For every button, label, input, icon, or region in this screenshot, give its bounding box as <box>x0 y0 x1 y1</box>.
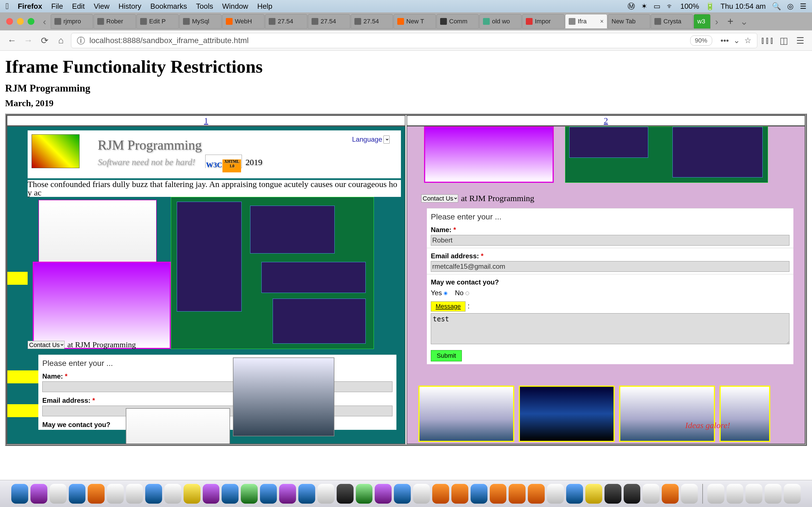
menu-bookmarks[interactable]: Bookmarks <box>150 2 187 11</box>
dock-safari-icon[interactable] <box>69 484 86 504</box>
menubar-m-icon[interactable]: Ⓜ <box>627 1 635 11</box>
dock-app-icon[interactable] <box>145 484 162 504</box>
message-textarea[interactable]: test <box>431 313 790 344</box>
dock-app-icon[interactable] <box>356 484 373 504</box>
spotlight-icon[interactable]: 🔍 <box>772 2 781 11</box>
site-info-icon[interactable]: i <box>77 37 85 45</box>
menu-edit[interactable]: Edit <box>72 2 85 11</box>
dock-app-icon[interactable] <box>31 484 47 504</box>
email-input[interactable] <box>431 261 790 272</box>
thumbnail[interactable] <box>418 386 514 442</box>
tab-label[interactable]: 27.54 <box>320 18 336 25</box>
dock-app-icon[interactable] <box>260 484 277 504</box>
dock-app-icon[interactable] <box>298 484 315 504</box>
dock-app-icon[interactable] <box>88 484 105 504</box>
tab-label[interactable]: Edit P <box>149 18 166 25</box>
siri-icon[interactable]: ◎ <box>787 2 794 11</box>
bookmark-star-icon[interactable]: ☆ <box>744 36 751 45</box>
back-button[interactable]: ← <box>6 34 18 47</box>
airplay-icon[interactable]: ▭ <box>654 2 661 11</box>
thumbnail[interactable] <box>126 408 230 444</box>
dock-chrome-icon[interactable] <box>470 484 488 504</box>
menu-view[interactable]: View <box>94 2 109 11</box>
menu-help[interactable]: Help <box>257 2 272 11</box>
thumbnail[interactable] <box>565 126 768 183</box>
tab-label[interactable]: 27.54 <box>363 18 379 25</box>
app-menu-icon[interactable]: ☰ <box>794 34 806 47</box>
dock-opera-icon[interactable] <box>509 484 525 504</box>
dock-mail-icon[interactable] <box>221 484 239 504</box>
battery-text[interactable]: 100% <box>680 2 699 11</box>
dock-finder-icon[interactable] <box>11 484 28 504</box>
dock-dictionary-icon[interactable] <box>681 484 698 504</box>
submit-button[interactable]: Submit <box>431 350 462 361</box>
dock-filezilla-icon[interactable] <box>528 484 545 504</box>
dock-messages-icon[interactable] <box>241 484 258 504</box>
zoom-badge[interactable]: 90% <box>690 36 712 46</box>
dock-folder-icon[interactable] <box>707 484 724 504</box>
dock-app-icon[interactable] <box>203 484 220 504</box>
yes-radio[interactable] <box>444 291 448 295</box>
menu-app[interactable]: Firefox <box>18 2 42 11</box>
no-radio[interactable] <box>465 291 469 295</box>
dock-app-icon[interactable] <box>337 484 354 504</box>
close-tab-icon[interactable]: × <box>600 18 604 25</box>
thumbnail[interactable] <box>424 126 554 183</box>
tab-label[interactable]: Ifra <box>578 18 587 25</box>
dock-app-icon[interactable] <box>413 484 430 504</box>
battery-icon[interactable]: 🔋 <box>705 2 714 11</box>
menu-history[interactable]: History <box>118 2 141 11</box>
thumbnail[interactable] <box>171 197 374 349</box>
tab-label[interactable]: New Tab <box>612 18 636 25</box>
tab-label[interactable]: New T <box>406 18 424 25</box>
window-minimize-button[interactable] <box>17 18 24 25</box>
reload-button[interactable]: ⟳ <box>38 34 51 47</box>
dock-app-icon[interactable] <box>279 484 296 504</box>
frame-body-2[interactable]: Contact Us at RJM Programming Please ent… <box>407 126 805 444</box>
url-bar[interactable]: i localhost:8888/sandbox_iframe_attribut… <box>71 33 757 48</box>
dock-app-icon[interactable] <box>50 484 66 504</box>
home-button[interactable]: ⌂ <box>55 34 67 47</box>
frame-body-1[interactable]: RJM Programming Software need not be har… <box>7 126 405 444</box>
tab-label[interactable]: Crysta <box>663 18 681 25</box>
dock-app-icon[interactable] <box>317 484 335 504</box>
dock-app-icon[interactable] <box>662 484 679 504</box>
tab-label[interactable]: 27.54 <box>278 18 293 25</box>
thumbnail[interactable] <box>38 200 157 267</box>
tab-scroll-right-icon[interactable]: › <box>711 16 722 27</box>
frame-number-2[interactable]: 2 <box>407 115 805 126</box>
rjm-logo-icon[interactable] <box>32 134 80 168</box>
page-actions-icon[interactable]: ••• <box>721 36 729 45</box>
dock-app-icon[interactable] <box>432 484 449 504</box>
frame-number-1[interactable]: 1 <box>7 115 405 126</box>
tab-label[interactable]: Rober <box>106 18 123 25</box>
dock-firefox-icon[interactable] <box>451 484 468 504</box>
name-input[interactable] <box>431 235 790 245</box>
sidebar-icon[interactable]: ◫ <box>777 34 790 47</box>
language-select[interactable] <box>384 135 390 144</box>
dock-app-icon[interactable] <box>585 484 602 504</box>
dock-app-icon[interactable] <box>164 484 181 504</box>
dock-appstore-icon[interactable] <box>394 484 411 504</box>
thumbnail[interactable] <box>33 262 171 349</box>
wifi-icon[interactable]: ᯤ <box>667 2 674 11</box>
dock-folder-icon[interactable] <box>765 484 781 504</box>
dock-calendar-icon[interactable] <box>126 484 143 504</box>
dock-folder-icon[interactable] <box>726 484 744 504</box>
dock-itunes-icon[interactable] <box>375 484 392 504</box>
dock-app-icon[interactable] <box>184 484 200 504</box>
dock-app-icon[interactable] <box>490 484 507 504</box>
clock[interactable]: Thu 10:54 am <box>721 2 766 11</box>
apple-icon[interactable] <box>6 1 9 11</box>
thumbnail[interactable]: Ideas galore! <box>619 386 715 442</box>
tab-label[interactable]: old wo <box>492 18 510 25</box>
pocket-icon[interactable]: ⌄ <box>733 36 740 45</box>
menu-tools[interactable]: Tools <box>196 2 213 11</box>
forward-button[interactable]: → <box>22 34 35 47</box>
contact-select[interactable]: Contact Us <box>421 194 458 203</box>
dock-mamp-icon[interactable] <box>547 484 564 504</box>
window-zoom-button[interactable] <box>28 18 35 25</box>
dock-terminal-icon[interactable] <box>624 484 641 504</box>
contact-select[interactable]: Contact Us <box>28 341 64 349</box>
menu-file[interactable]: File <box>51 2 63 11</box>
